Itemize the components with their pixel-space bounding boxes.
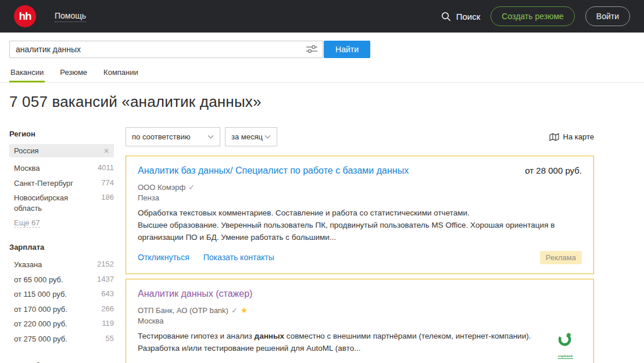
vacancy-salary: от 28 000 руб.: [525, 166, 582, 175]
filter-item-moscow[interactable]: Москва 4011: [9, 161, 114, 176]
advanced-search-icon[interactable]: [306, 45, 317, 53]
apply-link[interactable]: Откликнуться: [138, 253, 189, 262]
top-bar: hh Помощь Поиск Создать резюме Войти: [0, 0, 644, 33]
sort-row: по соответствию за месяц Н: [126, 127, 594, 146]
tab-vacancies[interactable]: Вакансии: [9, 66, 45, 82]
vacancy-title-row: Аналитик баз данных/ Специалист по работ…: [138, 165, 582, 177]
sort-order-select[interactable]: по соответствию: [126, 127, 220, 146]
vacancy-description: Тестирование гипотез и анализ данных сов…: [138, 330, 540, 360]
top-bar-right: Поиск Создать резюме Войти: [441, 6, 630, 26]
map-icon: [549, 133, 559, 141]
find-button[interactable]: Найти: [324, 41, 370, 58]
sort-period-select[interactable]: за месяц: [225, 127, 277, 146]
filter-item-count: 643: [101, 289, 114, 298]
highlighted-term: данных: [255, 332, 284, 340]
results-column: по соответствию за месяц Н: [126, 127, 594, 363]
filter-item-count: 266: [101, 304, 114, 313]
vacancy-card: Аналитик данных (стажер) ОТП Банк, АО (O…: [126, 279, 594, 363]
description-line: Высшее образование. Уверенный пользовате…: [138, 220, 582, 244]
chevron-down-icon: [264, 135, 271, 139]
filter-item-salary-specified[interactable]: Указана 2152: [9, 257, 114, 272]
description-line: Обработка текстовых комментариев. Состав…: [138, 207, 582, 220]
search-input[interactable]: [9, 41, 323, 58]
map-link-label: На карте: [563, 132, 594, 141]
filter-item-salary-170000[interactable]: от 170 000 руб. 266: [9, 302, 114, 317]
verified-check-icon: ✓: [188, 183, 195, 192]
filter-item-label: от 115 000 руб.: [14, 289, 101, 300]
filter-item-label: от 170 000 руб.: [14, 304, 101, 315]
company-link[interactable]: ООО Комэрф: [138, 183, 185, 192]
description-line: Тестирование гипотез и анализ данных сов…: [138, 330, 540, 355]
hh-logo[interactable]: hh: [14, 5, 36, 27]
filter-item-label: Москва: [14, 163, 98, 174]
vacancy-description: Обработка текстовых комментариев. Состав…: [138, 207, 582, 244]
vacancy-city: Пенза: [138, 193, 582, 202]
filter-item-salary-115000[interactable]: от 115 000 руб. 643: [9, 287, 114, 302]
vacancy-company-row: ООО Комэрф ✓: [138, 183, 582, 192]
vacancy-company-row: ОТП Банк, АО (OTP bank) ✓ ★: [138, 306, 582, 315]
vacancy-title-link[interactable]: Аналитик данных (стажер): [138, 288, 252, 300]
filter-title-salary: Зарплата: [9, 243, 114, 251]
filter-item-label: от 275 000 руб.: [14, 334, 106, 344]
tab-companies[interactable]: Компании: [102, 66, 139, 82]
verified-check-icon: ✓: [231, 306, 238, 315]
filter-item-salary-220000[interactable]: от 220 000 руб. 119: [9, 317, 114, 332]
page-title: 7 057 вакансий «аналитик данных»: [0, 82, 644, 111]
filter-item-label: Новосибирская область: [14, 193, 101, 213]
filter-item-count: 2152: [97, 260, 114, 268]
filter-item-label: Санкт-Петербург: [14, 178, 101, 189]
filter-item-count: 186: [101, 193, 114, 202]
filter-title-region: Регион: [9, 130, 114, 138]
filter-item-label: от 220 000 руб.: [14, 319, 102, 329]
hh-logo-text: hh: [19, 10, 31, 23]
filter-chip-russia[interactable]: Россия ✕: [9, 144, 114, 157]
vacancy-card: Аналитик баз данных/ Специалист по работ…: [126, 156, 594, 274]
vacancy-title-link[interactable]: Аналитик баз данных/ Специалист по работ…: [138, 165, 409, 177]
vacancy-description-wrap: Обработка текстовых комментариев. Состав…: [138, 207, 582, 244]
filter-item-salary-275000[interactable]: от 275 000 руб. 55: [9, 332, 114, 347]
search-tabs: Вакансии Резюме Компании: [0, 66, 644, 82]
filters-sidebar: Регион Россия ✕ Москва 4011 Санкт-Петерб…: [9, 127, 114, 363]
company-link[interactable]: ОТП Банк, АО (OTP bank): [138, 306, 228, 315]
filter-item-label: Указана: [14, 260, 97, 270]
vacancy-footer: Откликнуться Показать контакты Реклама: [138, 251, 582, 264]
hh-search-results-page: hh Помощь Поиск Создать резюме Войти: [0, 0, 644, 363]
filter-item-spb[interactable]: Санкт-Петербург 774: [9, 176, 114, 191]
show-contacts-link[interactable]: Показать контакты: [203, 253, 274, 262]
company-logo-text: otpbank: [558, 354, 573, 359]
filter-item-novosibirsk[interactable]: Новосибирская область 186: [9, 191, 114, 215]
vacancy-city: Москва: [138, 317, 582, 325]
filter-item-salary-65000[interactable]: от 65 000 руб. 1437: [9, 272, 114, 287]
vacancy-description-wrap: Тестирование гипотез и анализ данных сов…: [138, 330, 582, 360]
filter-section-salary: Зарплата Указана 2152 от 65 000 руб. 143…: [9, 243, 114, 346]
login-button[interactable]: Войти: [585, 6, 630, 26]
help-link[interactable]: Помощь: [55, 11, 86, 22]
remove-filter-icon[interactable]: ✕: [103, 147, 109, 155]
show-more-regions-link[interactable]: Еще 67: [14, 218, 40, 228]
chevron-down-icon: [207, 135, 214, 139]
search-row: Найти: [0, 33, 644, 66]
filter-chip-label: Россия: [14, 146, 39, 155]
filter-section-region: Регион Россия ✕ Москва 4011 Санкт-Петерб…: [9, 130, 114, 228]
filter-item-count: 774: [101, 178, 114, 187]
ad-badge: Реклама: [540, 251, 582, 264]
show-on-map-link[interactable]: На карте: [549, 132, 594, 141]
sort-period-value: за месяц: [231, 132, 263, 141]
company-logo: otpbank: [549, 330, 582, 360]
vacancy-title-row: Аналитик данных (стажер): [138, 288, 582, 300]
header-search-link[interactable]: Поиск: [441, 12, 481, 21]
filter-item-label: от 65 000 руб.: [14, 275, 97, 285]
content: Регион Россия ✕ Москва 4011 Санкт-Петерб…: [0, 111, 644, 363]
search-icon: [441, 12, 451, 21]
filter-item-count: 119: [102, 319, 114, 328]
tab-resumes[interactable]: Резюме: [59, 66, 88, 82]
filter-item-count: 55: [106, 334, 114, 343]
search-input-wrap: [9, 41, 323, 58]
filter-item-count: 1437: [97, 275, 114, 283]
sort-order-value: по соответствию: [132, 132, 190, 141]
filter-item-count: 4011: [98, 163, 114, 172]
favorite-star-icon[interactable]: ★: [241, 306, 248, 315]
create-resume-button[interactable]: Создать резюме: [491, 6, 575, 26]
header-search-label: Поиск: [456, 12, 481, 21]
otp-bank-logo-icon: [556, 332, 575, 347]
